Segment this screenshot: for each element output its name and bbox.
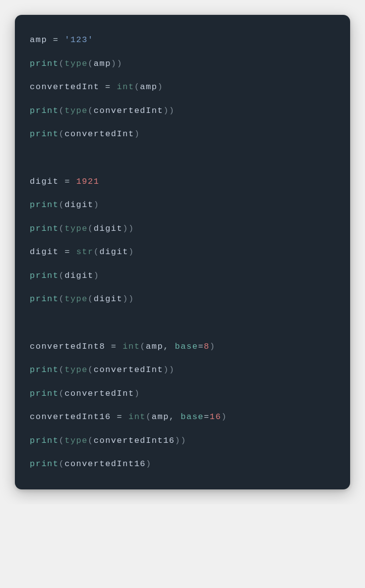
builtin-type: type	[64, 59, 88, 68]
code-block: amp = '123' print(type(amp)) convertedIn…	[15, 15, 350, 489]
code-line: print(convertedInt16)	[30, 458, 335, 471]
variable-name: digit	[94, 224, 123, 233]
code-line: print(type(amp))	[30, 57, 335, 70]
builtin-str: str	[76, 247, 94, 257]
function-call: print	[30, 59, 59, 68]
builtin-type: type	[64, 224, 88, 233]
variable-name: digit	[64, 271, 94, 280]
paren: )	[146, 459, 152, 469]
builtin-type: type	[64, 365, 88, 374]
paren: (	[88, 106, 94, 115]
builtin-type: type	[64, 436, 88, 445]
function-call: print	[30, 365, 59, 374]
paren: )	[221, 412, 227, 422]
assign-op: =	[105, 342, 122, 351]
variable-name: amp	[146, 342, 163, 351]
equals: =	[198, 342, 204, 351]
paren: (	[59, 389, 65, 398]
variable-name: convertedInt	[64, 389, 134, 398]
function-call: print	[30, 436, 59, 445]
function-call: print	[30, 129, 59, 139]
paren: (	[59, 436, 65, 445]
paren: )	[169, 365, 175, 374]
variable-name: digit	[30, 247, 59, 257]
variable-name: amp	[30, 35, 47, 45]
function-call: print	[30, 106, 59, 115]
paren: (	[88, 436, 94, 445]
code-line: convertedInt16 = int(amp, base=16)	[30, 411, 335, 424]
paren: )	[117, 59, 123, 68]
variable-name: amp	[140, 82, 157, 92]
code-line: print(digit)	[30, 269, 335, 282]
paren: )	[210, 342, 216, 351]
assign-op: =	[99, 82, 117, 92]
variable-name: digit	[64, 200, 94, 210]
builtin-type: type	[64, 294, 88, 304]
code-line: print(type(convertedInt))	[30, 364, 335, 376]
builtin-int: int	[117, 82, 134, 92]
paren: )	[175, 436, 181, 445]
variable-name: convertedInt16	[94, 436, 175, 445]
variable-name: convertedInt	[94, 365, 163, 374]
code-line: digit = str(digit)	[30, 246, 335, 259]
paren: )	[128, 224, 134, 233]
variable-name: amp	[152, 412, 169, 422]
code-line: print(type(digit))	[30, 222, 335, 235]
variable-name: convertedInt16	[64, 459, 146, 469]
paren: (	[88, 365, 94, 374]
paren: (	[59, 271, 65, 280]
code-line: convertedInt = int(amp)	[30, 81, 335, 94]
paren: (	[59, 59, 65, 68]
paren: (	[88, 294, 94, 304]
paren: )	[94, 200, 100, 210]
variable-name: convertedInt	[30, 82, 99, 92]
paren: (	[134, 82, 140, 92]
comma: ,	[169, 412, 181, 422]
code-line: digit = 1921	[30, 175, 335, 188]
paren: )	[163, 106, 169, 115]
function-call: print	[30, 271, 59, 280]
paren: )	[181, 436, 186, 445]
code-line: print(digit)	[30, 199, 335, 212]
comma: ,	[163, 342, 175, 351]
paren: (	[140, 342, 146, 351]
string-literal: '123'	[64, 35, 94, 45]
paren: )	[169, 106, 175, 115]
paren: )	[128, 294, 134, 304]
variable-name: convertedInt8	[30, 342, 105, 351]
paren: )	[163, 365, 169, 374]
code-line: print(type(convertedInt))	[30, 105, 335, 117]
paren: (	[59, 106, 65, 115]
paren: )	[134, 389, 140, 398]
code-line: print(convertedInt)	[30, 387, 335, 400]
paren: (	[59, 459, 65, 469]
paren: )	[122, 294, 128, 304]
function-call: print	[30, 459, 59, 469]
paren: (	[59, 224, 65, 233]
variable-name: digit	[94, 294, 123, 304]
paren: (	[59, 129, 65, 139]
assign-op: =	[59, 177, 76, 186]
code-line: amp = '123'	[30, 34, 335, 47]
number-literal: 16	[210, 412, 221, 422]
paren: (	[94, 247, 100, 257]
builtin-int: int	[128, 412, 146, 422]
code-line: print(type(digit))	[30, 293, 335, 306]
paren: (	[59, 365, 65, 374]
paren: )	[94, 271, 100, 280]
variable-name: digit	[30, 177, 59, 186]
paren: (	[146, 412, 152, 422]
code-line: print(type(convertedInt16))	[30, 434, 335, 447]
paren: )	[111, 59, 117, 68]
assign-op: =	[47, 35, 64, 45]
equals: =	[204, 412, 210, 422]
paren: )	[157, 82, 163, 92]
paren: )	[134, 129, 140, 139]
paren: (	[88, 224, 94, 233]
assign-op: =	[111, 412, 128, 422]
assign-op: =	[59, 247, 76, 257]
builtin-type: type	[64, 106, 88, 115]
code-line: print(convertedInt)	[30, 128, 335, 141]
number-literal: 8	[204, 342, 210, 351]
function-call: print	[30, 224, 59, 233]
